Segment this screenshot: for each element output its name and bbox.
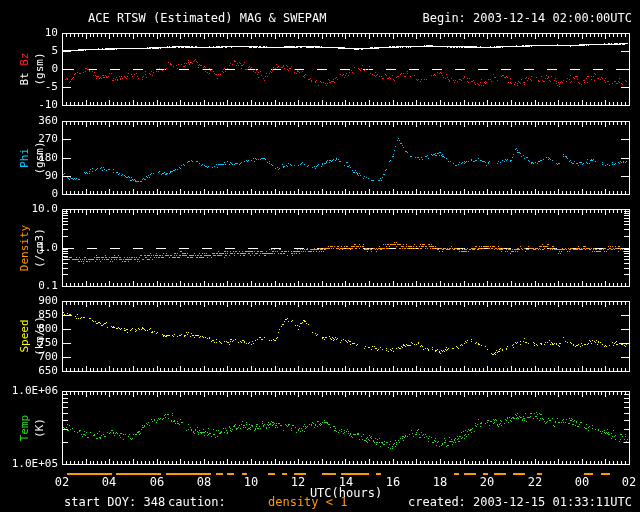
ace-rtsw-plot-window: ACE RTSW (Estimated) MAG & SWEPAM Begin:… <box>0 0 640 512</box>
plot-canvas <box>0 0 640 512</box>
y-axis-label: Density(/cm3) <box>17 203 47 293</box>
x-tick-label: 02 <box>614 475 640 489</box>
y-axis-label: Bt Bz(gsm) <box>17 24 47 114</box>
x-tick-label: 06 <box>142 475 172 489</box>
x-tick-label: 02 <box>47 475 77 489</box>
x-tick-label: 00 <box>567 475 597 489</box>
x-tick-label: 22 <box>520 475 550 489</box>
begin-timestamp: Begin: 2003-12-14 02:00:00UTC <box>422 11 632 25</box>
y-axis-label: Phi(gsm) <box>17 113 47 203</box>
caution-label: caution: <box>168 495 226 509</box>
x-tick-label: 08 <box>189 475 219 489</box>
x-tick-label: 04 <box>94 475 124 489</box>
caution-density-value: density < 1 <box>268 495 347 509</box>
page-title: ACE RTSW (Estimated) MAG & SWEPAM <box>88 11 326 25</box>
y-axis-label: Speed(km/s) <box>17 291 47 381</box>
y-axis-label: Temp(K) <box>17 383 47 473</box>
created-timestamp: created: 2003-12-15 01:33:11UTC <box>408 495 632 509</box>
x-tick-label: 20 <box>472 475 502 489</box>
x-tick-label: 10 <box>236 475 266 489</box>
x-tick-label: 18 <box>425 475 455 489</box>
start-doy-label: start DOY: 348 <box>64 495 165 509</box>
